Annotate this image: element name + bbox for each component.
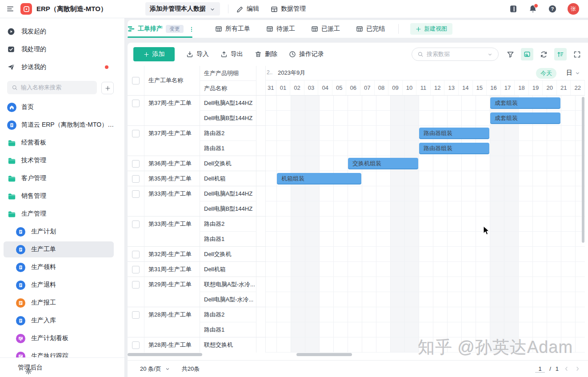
row-checkbox[interactable] — [132, 175, 140, 183]
next-page-button[interactable] — [574, 365, 581, 372]
topbar-right: ? 张 — [509, 3, 579, 15]
notifications-button[interactable] — [528, 4, 537, 13]
monitor-icon — [16, 334, 25, 343]
gantt-bar[interactable]: 交换机组装 — [348, 158, 418, 169]
day-header: 05 — [332, 80, 347, 96]
sidebar-sub-2[interactable]: 生产领料 — [0, 261, 124, 274]
tab-active[interactable]: 工单排产变更 — [128, 20, 199, 38]
data-manage-button[interactable]: 数据管理 — [271, 5, 306, 13]
card-view-button[interactable] — [521, 48, 533, 60]
row-line — [266, 125, 585, 126]
row-checkbox[interactable] — [132, 130, 140, 137]
scale-select[interactable]: 日 — [566, 69, 580, 77]
toolbar-action-2[interactable]: 删除 — [255, 50, 277, 58]
order-group-3: 第35周-生产工单Dell机箱 — [128, 171, 266, 186]
tab-menu-button[interactable] — [188, 25, 195, 32]
page-input[interactable]: 1 — [535, 365, 545, 373]
sidebar-sub-1-selected[interactable]: 生产工单 — [0, 243, 124, 256]
folder-icon — [7, 138, 16, 147]
sidebar-nav-5[interactable]: 销售管理 — [0, 189, 124, 203]
hscrollbar-left[interactable] — [128, 353, 202, 356]
gantt-bar[interactable]: 路由器组装 — [419, 143, 489, 154]
help-button[interactable]: ? — [548, 4, 557, 13]
app-logo-icon[interactable] — [20, 3, 32, 15]
scope-selector[interactable]: 添加并管理本人数据 — [145, 2, 220, 16]
row-line — [266, 277, 585, 277]
sidebar-quick-2[interactable]: 抄送我的 — [0, 60, 124, 74]
row-checkbox[interactable] — [132, 341, 140, 349]
sidebar-sub-6[interactable]: 生产计划看板 — [0, 332, 124, 345]
sidebar-nav-4[interactable]: 客户管理 — [0, 172, 124, 185]
sidebar-quick-1[interactable]: 我处理的 — [0, 43, 124, 56]
tab-0[interactable]: 所有工单 — [215, 25, 250, 33]
sidebar-search-input[interactable]: 输入名称来搜索 — [7, 81, 97, 94]
toolbar-action-1[interactable]: 导出 — [220, 50, 243, 58]
sidebar-sub-0[interactable]: 生产计划 — [0, 225, 124, 238]
search-input[interactable]: 搜索数据 — [412, 48, 499, 61]
row-checkbox[interactable] — [132, 160, 140, 168]
journal-button[interactable] — [509, 4, 518, 13]
add-button[interactable]: 添加 — [133, 47, 175, 61]
sidebar-item-admin[interactable]: 管理后台 — [0, 357, 124, 377]
row-checkbox-cell — [128, 337, 144, 353]
sidebar-nav-1[interactable]: 简道云 ERP（离散制造-MTO）… — [0, 118, 124, 132]
group-divider — [128, 125, 266, 126]
tab-label: 所有工单 — [225, 25, 250, 33]
column-spacer — [256, 66, 266, 95]
gantt-bar[interactable]: 机箱组装 — [277, 173, 361, 184]
gantt-bar[interactable]: 路由器组装 — [419, 128, 489, 139]
avatar[interactable]: 张 — [568, 3, 579, 15]
product-name: Dell交换机 — [200, 156, 256, 171]
funnel-icon — [507, 51, 514, 58]
tab-1[interactable]: 待派工 — [266, 25, 295, 33]
vscrollbar[interactable] — [582, 97, 584, 243]
row-line — [266, 201, 585, 201]
trash-icon — [255, 51, 262, 58]
weekend-column — [291, 96, 305, 353]
row-checkbox[interactable] — [132, 100, 140, 107]
row-checkbox[interactable] — [132, 221, 140, 228]
sidebar-nav-3[interactable]: 技术管理 — [0, 154, 124, 167]
page-size-select[interactable]: 20 条/页 — [140, 365, 170, 373]
gantt-bar[interactable]: 成套组装 — [490, 97, 560, 109]
refresh-button[interactable] — [540, 51, 548, 58]
sidebar-sub-7[interactable]: 生产执行跟踪 — [0, 349, 124, 358]
group-divider — [128, 186, 266, 186]
toolbar-action-0[interactable]: 导入 — [186, 50, 209, 58]
product-column: Dell交换机 — [200, 156, 256, 171]
sidebar-search-placeholder: 输入名称来搜索 — [21, 84, 61, 92]
sidebar-toggle-button[interactable] — [6, 5, 14, 13]
sidebar-sub-4[interactable]: 生产报工 — [0, 296, 124, 309]
hscrollbar-timeline[interactable] — [296, 353, 352, 356]
select-all-checkbox[interactable] — [132, 77, 140, 84]
new-view-button[interactable]: 新建视图 — [410, 23, 452, 35]
sidebar-sub-3[interactable]: 生产退料 — [0, 278, 124, 292]
today-button[interactable]: 今天 — [536, 68, 556, 79]
sidebar-add-button[interactable] — [101, 82, 114, 94]
fullscreen-button[interactable] — [573, 51, 581, 58]
tab-2[interactable]: 已派工 — [311, 25, 340, 33]
row-checkbox[interactable] — [132, 311, 140, 319]
sidebar-quick-0[interactable]: 我发起的 — [0, 25, 124, 38]
spacer-cell — [256, 126, 266, 156]
row-checkbox[interactable] — [132, 266, 140, 273]
row-checkbox[interactable] — [132, 251, 140, 258]
grid-line — [561, 96, 561, 353]
hierarchy-sort-button[interactable] — [554, 48, 567, 60]
filter-button[interactable] — [507, 51, 514, 58]
sidebar-nav-0[interactable]: 首页 — [0, 100, 124, 114]
toolbar-action-3[interactable]: 操作记录 — [289, 50, 324, 58]
sidebar-sub-5[interactable]: 生产入库 — [0, 314, 124, 327]
gantt-bar[interactable]: 成套组装 — [490, 112, 560, 124]
doc-icon — [16, 263, 25, 272]
edit-button[interactable]: 编辑 — [236, 5, 259, 13]
folder-icon — [7, 192, 16, 201]
sidebar-nav-2[interactable]: 经营看板 — [0, 136, 124, 149]
chevdown-icon — [165, 366, 170, 372]
row-checkbox[interactable] — [132, 190, 140, 198]
tab-3[interactable]: 已完结 — [356, 25, 385, 33]
sidebar-nav-6[interactable]: 生产管理 — [0, 207, 124, 221]
prev-page-button[interactable] — [563, 365, 570, 372]
row-checkbox[interactable] — [132, 281, 140, 289]
toolbar-action-label: 操作记录 — [299, 50, 324, 58]
